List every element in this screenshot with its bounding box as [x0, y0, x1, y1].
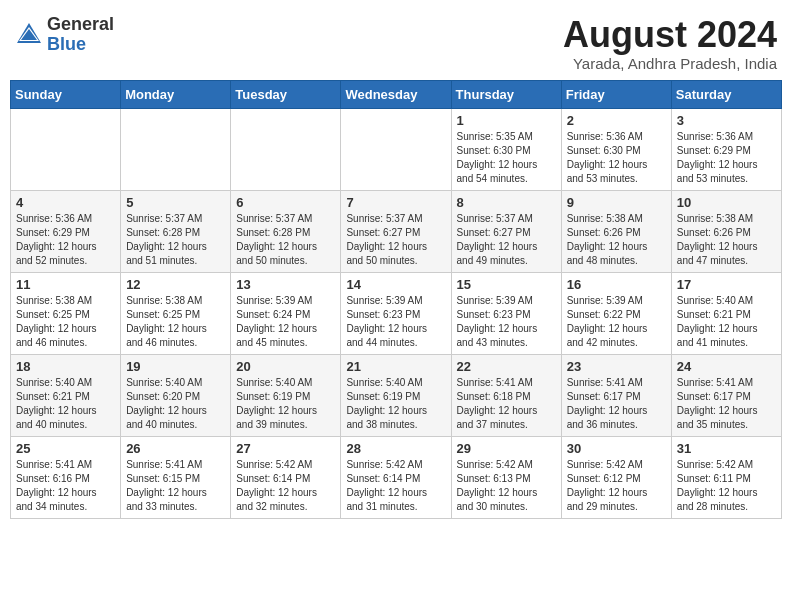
- day-info: Sunrise: 5:42 AMSunset: 6:14 PMDaylight:…: [346, 458, 445, 514]
- day-info: Sunrise: 5:38 AMSunset: 6:25 PMDaylight:…: [16, 294, 115, 350]
- title-block: August 2024 Yarada, Andhra Pradesh, Indi…: [563, 15, 777, 72]
- day-number: 24: [677, 359, 776, 374]
- day-number: 19: [126, 359, 225, 374]
- calendar-cell: 12Sunrise: 5:38 AMSunset: 6:25 PMDayligh…: [121, 272, 231, 354]
- day-number: 13: [236, 277, 335, 292]
- calendar-body: 1Sunrise: 5:35 AMSunset: 6:30 PMDaylight…: [11, 108, 782, 518]
- day-info: Sunrise: 5:40 AMSunset: 6:19 PMDaylight:…: [346, 376, 445, 432]
- day-info: Sunrise: 5:40 AMSunset: 6:21 PMDaylight:…: [16, 376, 115, 432]
- day-number: 23: [567, 359, 666, 374]
- month-year: August 2024: [563, 15, 777, 55]
- calendar-cell: 8Sunrise: 5:37 AMSunset: 6:27 PMDaylight…: [451, 190, 561, 272]
- calendar-cell: [341, 108, 451, 190]
- day-info: Sunrise: 5:41 AMSunset: 6:18 PMDaylight:…: [457, 376, 556, 432]
- header-friday: Friday: [561, 80, 671, 108]
- day-number: 7: [346, 195, 445, 210]
- calendar-cell: [11, 108, 121, 190]
- day-info: Sunrise: 5:37 AMSunset: 6:27 PMDaylight:…: [457, 212, 556, 268]
- calendar-cell: 26Sunrise: 5:41 AMSunset: 6:15 PMDayligh…: [121, 436, 231, 518]
- day-info: Sunrise: 5:39 AMSunset: 6:23 PMDaylight:…: [346, 294, 445, 350]
- day-info: Sunrise: 5:39 AMSunset: 6:22 PMDaylight:…: [567, 294, 666, 350]
- day-number: 3: [677, 113, 776, 128]
- header-monday: Monday: [121, 80, 231, 108]
- day-info: Sunrise: 5:37 AMSunset: 6:27 PMDaylight:…: [346, 212, 445, 268]
- header-thursday: Thursday: [451, 80, 561, 108]
- calendar-cell: 25Sunrise: 5:41 AMSunset: 6:16 PMDayligh…: [11, 436, 121, 518]
- day-number: 2: [567, 113, 666, 128]
- day-info: Sunrise: 5:36 AMSunset: 6:30 PMDaylight:…: [567, 130, 666, 186]
- calendar-header: Sunday Monday Tuesday Wednesday Thursday…: [11, 80, 782, 108]
- day-info: Sunrise: 5:36 AMSunset: 6:29 PMDaylight:…: [16, 212, 115, 268]
- calendar-week-2: 4Sunrise: 5:36 AMSunset: 6:29 PMDaylight…: [11, 190, 782, 272]
- header-saturday: Saturday: [671, 80, 781, 108]
- logo-blue: Blue: [47, 35, 114, 55]
- calendar-cell: 31Sunrise: 5:42 AMSunset: 6:11 PMDayligh…: [671, 436, 781, 518]
- day-number: 20: [236, 359, 335, 374]
- day-number: 27: [236, 441, 335, 456]
- calendar-cell: [121, 108, 231, 190]
- day-info: Sunrise: 5:42 AMSunset: 6:11 PMDaylight:…: [677, 458, 776, 514]
- calendar-cell: 30Sunrise: 5:42 AMSunset: 6:12 PMDayligh…: [561, 436, 671, 518]
- calendar-cell: 9Sunrise: 5:38 AMSunset: 6:26 PMDaylight…: [561, 190, 671, 272]
- calendar-cell: 18Sunrise: 5:40 AMSunset: 6:21 PMDayligh…: [11, 354, 121, 436]
- calendar-cell: 6Sunrise: 5:37 AMSunset: 6:28 PMDaylight…: [231, 190, 341, 272]
- calendar-week-4: 18Sunrise: 5:40 AMSunset: 6:21 PMDayligh…: [11, 354, 782, 436]
- day-number: 16: [567, 277, 666, 292]
- day-number: 6: [236, 195, 335, 210]
- page-header: General Blue August 2024 Yarada, Andhra …: [10, 10, 782, 72]
- calendar-cell: 24Sunrise: 5:41 AMSunset: 6:17 PMDayligh…: [671, 354, 781, 436]
- logo-text: General Blue: [47, 15, 114, 55]
- day-info: Sunrise: 5:37 AMSunset: 6:28 PMDaylight:…: [236, 212, 335, 268]
- day-info: Sunrise: 5:42 AMSunset: 6:12 PMDaylight:…: [567, 458, 666, 514]
- calendar-cell: 22Sunrise: 5:41 AMSunset: 6:18 PMDayligh…: [451, 354, 561, 436]
- calendar-cell: 17Sunrise: 5:40 AMSunset: 6:21 PMDayligh…: [671, 272, 781, 354]
- day-info: Sunrise: 5:39 AMSunset: 6:24 PMDaylight:…: [236, 294, 335, 350]
- day-number: 12: [126, 277, 225, 292]
- calendar-cell: 4Sunrise: 5:36 AMSunset: 6:29 PMDaylight…: [11, 190, 121, 272]
- calendar-cell: 27Sunrise: 5:42 AMSunset: 6:14 PMDayligh…: [231, 436, 341, 518]
- logo-general: General: [47, 15, 114, 35]
- calendar-cell: 16Sunrise: 5:39 AMSunset: 6:22 PMDayligh…: [561, 272, 671, 354]
- day-info: Sunrise: 5:42 AMSunset: 6:13 PMDaylight:…: [457, 458, 556, 514]
- day-number: 22: [457, 359, 556, 374]
- calendar-cell: 28Sunrise: 5:42 AMSunset: 6:14 PMDayligh…: [341, 436, 451, 518]
- calendar-cell: 5Sunrise: 5:37 AMSunset: 6:28 PMDaylight…: [121, 190, 231, 272]
- day-info: Sunrise: 5:38 AMSunset: 6:25 PMDaylight:…: [126, 294, 225, 350]
- day-info: Sunrise: 5:42 AMSunset: 6:14 PMDaylight:…: [236, 458, 335, 514]
- calendar-cell: 3Sunrise: 5:36 AMSunset: 6:29 PMDaylight…: [671, 108, 781, 190]
- header-tuesday: Tuesday: [231, 80, 341, 108]
- calendar-cell: 1Sunrise: 5:35 AMSunset: 6:30 PMDaylight…: [451, 108, 561, 190]
- day-number: 4: [16, 195, 115, 210]
- day-info: Sunrise: 5:39 AMSunset: 6:23 PMDaylight:…: [457, 294, 556, 350]
- day-number: 8: [457, 195, 556, 210]
- day-number: 18: [16, 359, 115, 374]
- day-info: Sunrise: 5:35 AMSunset: 6:30 PMDaylight:…: [457, 130, 556, 186]
- calendar-cell: 20Sunrise: 5:40 AMSunset: 6:19 PMDayligh…: [231, 354, 341, 436]
- calendar-cell: 7Sunrise: 5:37 AMSunset: 6:27 PMDaylight…: [341, 190, 451, 272]
- calendar-cell: 15Sunrise: 5:39 AMSunset: 6:23 PMDayligh…: [451, 272, 561, 354]
- day-number: 29: [457, 441, 556, 456]
- day-number: 30: [567, 441, 666, 456]
- day-info: Sunrise: 5:40 AMSunset: 6:21 PMDaylight:…: [677, 294, 776, 350]
- day-number: 1: [457, 113, 556, 128]
- calendar-table: Sunday Monday Tuesday Wednesday Thursday…: [10, 80, 782, 519]
- calendar-cell: [231, 108, 341, 190]
- calendar-week-5: 25Sunrise: 5:41 AMSunset: 6:16 PMDayligh…: [11, 436, 782, 518]
- day-number: 14: [346, 277, 445, 292]
- location: Yarada, Andhra Pradesh, India: [563, 55, 777, 72]
- calendar-cell: 13Sunrise: 5:39 AMSunset: 6:24 PMDayligh…: [231, 272, 341, 354]
- day-info: Sunrise: 5:38 AMSunset: 6:26 PMDaylight:…: [567, 212, 666, 268]
- day-number: 26: [126, 441, 225, 456]
- day-info: Sunrise: 5:38 AMSunset: 6:26 PMDaylight:…: [677, 212, 776, 268]
- day-info: Sunrise: 5:40 AMSunset: 6:19 PMDaylight:…: [236, 376, 335, 432]
- day-info: Sunrise: 5:41 AMSunset: 6:17 PMDaylight:…: [677, 376, 776, 432]
- day-info: Sunrise: 5:41 AMSunset: 6:16 PMDaylight:…: [16, 458, 115, 514]
- day-number: 15: [457, 277, 556, 292]
- calendar-cell: 14Sunrise: 5:39 AMSunset: 6:23 PMDayligh…: [341, 272, 451, 354]
- day-number: 21: [346, 359, 445, 374]
- day-number: 9: [567, 195, 666, 210]
- day-number: 11: [16, 277, 115, 292]
- day-number: 25: [16, 441, 115, 456]
- calendar-cell: 21Sunrise: 5:40 AMSunset: 6:19 PMDayligh…: [341, 354, 451, 436]
- day-number: 10: [677, 195, 776, 210]
